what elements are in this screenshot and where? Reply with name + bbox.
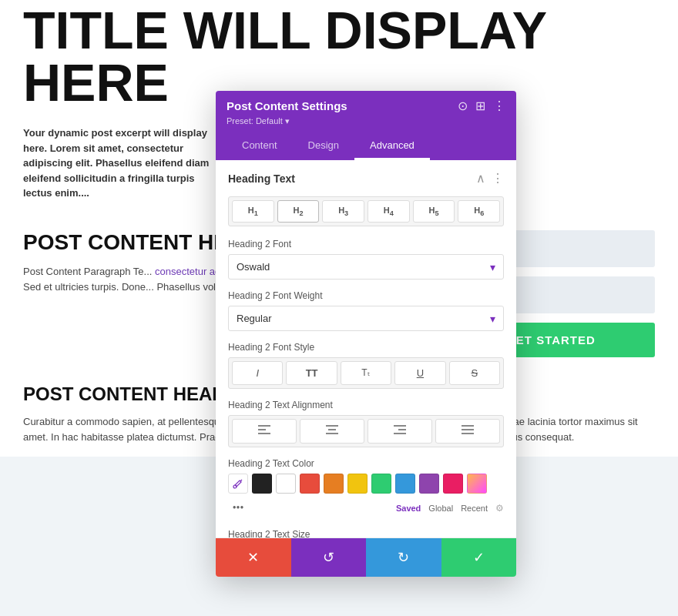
uppercase-button[interactable]: TT bbox=[286, 361, 337, 385]
h2-button[interactable]: H2 bbox=[277, 200, 320, 223]
tab-content[interactable]: Content bbox=[227, 132, 293, 160]
global-tab[interactable]: Global bbox=[428, 504, 453, 513]
settings-panel[interactable]: Post Content Settings ⊙ ⊞ ⋮ Preset: Defa… bbox=[216, 91, 516, 577]
section-more-icon[interactable]: ⋮ bbox=[492, 171, 504, 186]
weight-field-group: Heading 2 Font Weight Regular bbox=[228, 290, 504, 331]
font-select[interactable]: Oswald bbox=[228, 254, 504, 280]
h5-button[interactable]: H5 bbox=[413, 200, 455, 223]
color-swatch-green[interactable] bbox=[371, 474, 391, 494]
excerpt-text: Your dynamic post excerpt will display h… bbox=[23, 126, 223, 201]
alignment-label: Heading 2 Text Alignment bbox=[228, 400, 504, 410]
align-center-button[interactable] bbox=[300, 419, 364, 444]
more-colors-button[interactable]: ••• bbox=[228, 498, 248, 518]
svg-rect-8 bbox=[394, 433, 406, 434]
split-icon[interactable]: ⊞ bbox=[475, 99, 485, 113]
svg-rect-11 bbox=[462, 433, 474, 434]
color-label: Heading 2 Text Color bbox=[228, 458, 504, 469]
section-header: Heading Text ∧ ⋮ bbox=[228, 171, 504, 186]
font-label: Heading 2 Font bbox=[228, 239, 504, 249]
delete-button[interactable]: ✕ bbox=[216, 538, 291, 577]
italic-button[interactable]: I bbox=[232, 361, 283, 385]
align-left-button[interactable] bbox=[232, 419, 297, 444]
more-icon[interactable]: ⋮ bbox=[493, 99, 505, 113]
panel-tabs: Content Design Advanced bbox=[227, 132, 505, 160]
collapse-icon[interactable]: ∧ bbox=[476, 171, 485, 186]
color-swatch-white[interactable] bbox=[276, 474, 296, 494]
svg-rect-7 bbox=[398, 429, 406, 430]
svg-rect-9 bbox=[462, 425, 474, 427]
panel-title-row: Post Content Settings ⊙ ⊞ ⋮ bbox=[227, 99, 505, 113]
saved-tab[interactable]: Saved bbox=[396, 504, 421, 513]
size-label: Heading 2 Text Size bbox=[228, 529, 504, 537]
svg-rect-1 bbox=[258, 429, 266, 430]
align-right-button[interactable] bbox=[368, 419, 432, 444]
strikethrough-button[interactable]: S bbox=[449, 361, 500, 385]
color-settings-icon[interactable]: ⚙ bbox=[495, 503, 504, 514]
svg-rect-5 bbox=[326, 433, 338, 434]
weight-select[interactable]: Regular bbox=[228, 306, 504, 331]
h3-button[interactable]: H3 bbox=[322, 200, 364, 223]
tab-design[interactable]: Design bbox=[293, 132, 354, 160]
svg-rect-6 bbox=[394, 425, 406, 427]
svg-rect-0 bbox=[258, 425, 270, 427]
h1-button[interactable]: H1 bbox=[232, 200, 274, 223]
align-buttons-row bbox=[228, 415, 504, 447]
svg-rect-4 bbox=[328, 429, 336, 430]
color-swatch-custom[interactable] bbox=[467, 474, 487, 494]
confirm-button[interactable]: ✓ bbox=[441, 538, 517, 577]
color-tab-row: Saved Global Recent ⚙ bbox=[396, 503, 504, 514]
panel-header: Post Content Settings ⊙ ⊞ ⋮ Preset: Defa… bbox=[216, 91, 516, 160]
h-buttons-row: H1 H2 H3 H4 H5 H6 bbox=[228, 196, 504, 226]
h4-button[interactable]: H4 bbox=[368, 200, 410, 223]
section-header-icons: ∧ ⋮ bbox=[476, 171, 504, 186]
redo-button[interactable]: ↻ bbox=[366, 538, 441, 577]
color-field-group: Heading 2 Text Color bbox=[228, 458, 504, 518]
recent-tab[interactable]: Recent bbox=[461, 504, 488, 513]
color-swatch-orange[interactable] bbox=[324, 474, 344, 494]
align-justify-button[interactable] bbox=[435, 419, 500, 444]
svg-rect-10 bbox=[462, 429, 474, 430]
eyedropper-button[interactable] bbox=[228, 474, 248, 494]
color-swatch-red[interactable] bbox=[300, 474, 320, 494]
panel-icons: ⊙ ⊞ ⋮ bbox=[458, 99, 505, 113]
alignment-field-group: Heading 2 Text Alignment bbox=[228, 400, 504, 447]
h6-button[interactable]: H6 bbox=[458, 200, 500, 223]
font-field-group: Heading 2 Font Oswald bbox=[228, 239, 504, 280]
capitalize-button[interactable]: Tₜ bbox=[341, 361, 391, 385]
weight-label: Heading 2 Font Weight bbox=[228, 290, 504, 301]
color-swatch-blue[interactable] bbox=[395, 474, 415, 494]
color-swatch-pink[interactable] bbox=[443, 474, 463, 494]
size-field-group: Heading 2 Text Size bbox=[228, 529, 504, 537]
svg-rect-3 bbox=[326, 425, 338, 427]
panel-title: Post Content Settings bbox=[227, 99, 347, 112]
color-swatch-yellow[interactable] bbox=[347, 474, 368, 494]
style-buttons-row: I TT Tₜ U S bbox=[228, 357, 504, 389]
preset-label[interactable]: Preset: Default ▾ bbox=[227, 116, 505, 126]
sync-icon[interactable]: ⊙ bbox=[458, 99, 468, 113]
panel-footer: ✕ ↺ ↻ ✓ bbox=[216, 537, 516, 577]
underline-button[interactable]: U bbox=[394, 361, 445, 385]
color-swatch-black[interactable] bbox=[252, 474, 272, 494]
panel-body: Heading Text ∧ ⋮ H1 H2 H3 H4 H5 H6 Headi… bbox=[216, 160, 516, 537]
style-field-group: Heading 2 Font Style I TT Tₜ U S bbox=[228, 342, 504, 389]
color-swatch-purple[interactable] bbox=[419, 474, 439, 494]
undo-button[interactable]: ↺ bbox=[291, 538, 367, 577]
section-title: Heading Text bbox=[228, 172, 295, 185]
svg-point-12 bbox=[233, 485, 237, 488]
color-swatches-row bbox=[228, 474, 504, 494]
svg-rect-2 bbox=[258, 433, 270, 434]
style-label: Heading 2 Font Style bbox=[228, 342, 504, 353]
tab-advanced[interactable]: Advanced bbox=[354, 132, 430, 160]
